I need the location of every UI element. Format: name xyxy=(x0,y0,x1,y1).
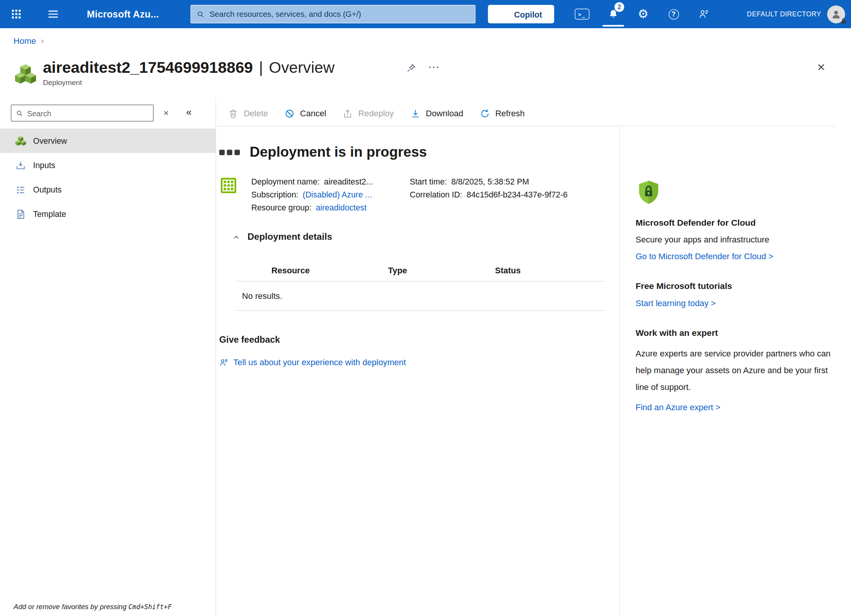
search-icon xyxy=(196,10,204,18)
hamburger-menu-button[interactable] xyxy=(41,0,65,28)
deployment-cubes-icon xyxy=(14,63,36,85)
status-heading: Deployment is in progress xyxy=(250,144,427,160)
pin-button[interactable] xyxy=(404,62,418,76)
subscription-label: Subscription: xyxy=(251,188,298,201)
menu-item-label: Outputs xyxy=(33,185,62,194)
directory-label: DEFAULT DIRECTORY xyxy=(747,0,821,28)
give-feedback-heading: Give feedback xyxy=(219,335,619,345)
deployment-details-toggle[interactable]: Deployment details xyxy=(233,232,619,242)
deployment-name-title: aireaditest2_1754699918869 xyxy=(43,58,253,77)
correlation-id-label: Correlation ID: xyxy=(410,188,462,201)
expert-body: Azure experts are service provider partn… xyxy=(635,345,835,395)
collapse-menu-button[interactable]: « xyxy=(181,104,196,122)
delete-label: Delete xyxy=(244,109,268,119)
column-header-type[interactable]: Type xyxy=(388,266,495,276)
empty-results-text: No results. xyxy=(236,281,605,311)
app-launcher-button[interactable] xyxy=(4,0,28,28)
breadcrumb: Home › xyxy=(14,36,44,46)
correlation-id-row: Correlation ID: 84c15d6f-b234-437e-9f72-… xyxy=(410,188,605,201)
resource-group-link[interactable]: aireadidoctest xyxy=(316,201,367,214)
copilot-button[interactable]: Copilot xyxy=(488,5,554,23)
column-header-resource[interactable]: Resource xyxy=(236,266,388,276)
cloud-shell-button[interactable]: >_ xyxy=(570,0,594,28)
trash-icon xyxy=(228,108,238,119)
expert-link[interactable]: Find an Azure expert > xyxy=(635,403,835,412)
blade-header: aireaditest2_1754699918869 | Overview De… xyxy=(0,58,851,93)
active-tab-indicator xyxy=(602,25,624,26)
feedback-icon xyxy=(698,9,709,19)
blade-menu: ✕ « Overview Inputs Outputs Template Add… xyxy=(0,98,216,616)
correlation-id-value: 84c15d6f-b234-437e-9f72-6 xyxy=(467,188,568,201)
global-search xyxy=(190,5,475,23)
page-title-block: aireaditest2_1754699918869 | Overview De… xyxy=(43,58,335,87)
command-bar: Delete Cancel Redeploy Download Refresh xyxy=(217,101,836,127)
resource-type-label: Deployment xyxy=(43,79,335,87)
deployment-name-label: Deployment name: xyxy=(251,175,320,188)
defender-link[interactable]: Go to Microsoft Defender for Cloud > xyxy=(635,252,835,261)
settings-button[interactable]: ⚙ xyxy=(631,0,655,28)
resource-group-row: Resource group: aireadidoctest xyxy=(251,201,410,214)
feedback-button[interactable] xyxy=(692,0,716,28)
close-blade-button[interactable]: ✕ xyxy=(817,61,825,74)
redeploy-label: Redeploy xyxy=(358,109,394,119)
download-button[interactable]: Download xyxy=(410,108,463,119)
subscription-link[interactable]: (Disabled) Azure ... xyxy=(303,188,372,201)
title-section: Overview xyxy=(269,58,335,77)
cancel-button[interactable]: Cancel xyxy=(284,108,326,119)
menu-item-label: Template xyxy=(33,209,66,218)
deployment-name-row: Deployment name: aireaditest2... xyxy=(251,175,410,188)
start-time-label: Start time: xyxy=(410,175,447,188)
global-search-input[interactable] xyxy=(209,10,470,19)
menu-search xyxy=(11,105,153,122)
redeploy-icon xyxy=(343,108,353,119)
menu-item-template[interactable]: Template xyxy=(0,202,216,226)
menu-search-input[interactable] xyxy=(27,109,149,117)
redeploy-button[interactable]: Redeploy xyxy=(343,108,394,119)
menu-item-overview[interactable]: Overview xyxy=(0,128,216,153)
copilot-icon xyxy=(500,9,510,19)
cancel-label: Cancel xyxy=(300,109,327,119)
favorites-hint-text: Add or remove favorites by pressing xyxy=(14,603,129,611)
defender-heading: Microsoft Defender for Cloud xyxy=(635,218,835,228)
template-icon xyxy=(15,209,26,219)
top-bar: Microsoft Azu... Copilot >_ 2 ⚙ ? DEFAUL… xyxy=(0,0,851,28)
menu-item-label: Overview xyxy=(33,136,67,145)
tutorials-heading: Free Microsoft tutorials xyxy=(635,281,835,291)
help-button[interactable]: ? xyxy=(662,0,686,28)
notifications-button[interactable]: 2 xyxy=(602,0,626,28)
menu-items: Overview Inputs Outputs Template xyxy=(0,128,216,226)
app-title: Microsoft Azu... xyxy=(87,0,159,28)
page-title: aireaditest2_1754699918869 | Overview xyxy=(43,58,335,77)
refresh-button[interactable]: Refresh xyxy=(479,108,525,119)
search-icon xyxy=(16,109,23,117)
lock-icon xyxy=(840,18,847,24)
deployment-name-value: aireaditest2... xyxy=(324,175,373,188)
refresh-icon xyxy=(479,108,490,119)
favorites-hint-keys: Cmd+Shift+F xyxy=(129,603,172,611)
account-avatar[interactable] xyxy=(827,5,845,23)
hamburger-icon xyxy=(47,8,59,20)
defender-body: Secure your apps and infrastructure xyxy=(635,235,835,245)
menu-item-inputs[interactable]: Inputs xyxy=(0,153,216,177)
download-label: Download xyxy=(426,109,463,119)
menu-item-outputs[interactable]: Outputs xyxy=(0,177,216,202)
inputs-icon xyxy=(15,160,26,170)
tutorials-link[interactable]: Start learning today > xyxy=(635,298,835,308)
overview-cubes-icon xyxy=(15,135,26,146)
clear-search-button[interactable]: ✕ xyxy=(159,105,173,122)
download-icon xyxy=(410,108,420,119)
column-header-status[interactable]: Status xyxy=(495,266,605,276)
expert-heading: Work with an expert xyxy=(635,328,835,338)
resource-group-label: Resource group: xyxy=(251,201,312,214)
outputs-icon xyxy=(15,184,26,195)
start-time-value: 8/8/2025, 5:38:52 PM xyxy=(451,175,529,188)
resources-table: Resource Type Status No results. xyxy=(236,260,605,311)
delete-button[interactable]: Delete xyxy=(228,108,268,119)
feedback-link[interactable]: Tell us about your experience with deplo… xyxy=(219,358,619,367)
azure-portal-window: Microsoft Azu... Copilot >_ 2 ⚙ ? DEFAUL… xyxy=(0,0,851,616)
feedback-icon xyxy=(219,358,228,367)
deployment-details-heading: Deployment details xyxy=(248,232,332,242)
more-options-button[interactable]: … xyxy=(428,57,440,71)
breadcrumb-home-link[interactable]: Home xyxy=(14,36,36,46)
copilot-label: Copilot xyxy=(514,10,542,19)
